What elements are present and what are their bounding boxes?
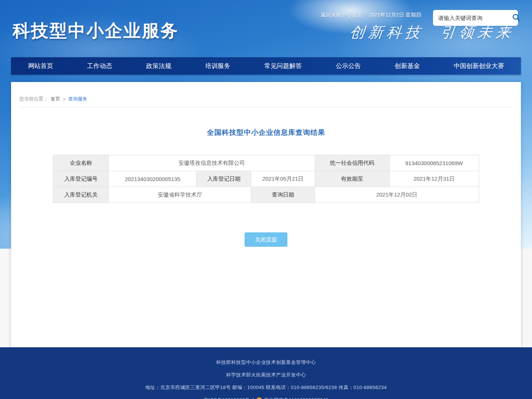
reg-date-value: 2021年05月21日 (251, 171, 315, 187)
query-date-value: 2021年12月02日 (315, 187, 479, 203)
table-row: 入库登记机关 安徽省科学技术厅 查询日期 2021年12月02日 (53, 187, 479, 203)
main-navigation: 网站首页 工作动态 政策法规 培训服务 常见问题解答 公示公告 创新基金 中国创… (11, 57, 521, 75)
nav-item-home[interactable]: 网站首页 (24, 62, 57, 70)
query-date-label: 查询日期 (251, 187, 315, 203)
search-input[interactable] (438, 15, 512, 21)
nav-item-training[interactable]: 培训服务 (201, 62, 234, 70)
close-button-row: 关闭页面 (11, 232, 521, 247)
current-date: 2021年12月2日 星期四 (369, 12, 421, 18)
reg-authority-value: 安徽省科学技术厅 (109, 187, 251, 203)
nav-item-work-news[interactable]: 工作动态 (83, 62, 116, 70)
public-security-link[interactable]: 京公网安备11010202007048 (264, 397, 328, 399)
credit-code-label: 统一社会信用代码 (315, 155, 389, 171)
search-box (433, 10, 518, 26)
breadcrumb-separator: > (63, 96, 66, 102)
credit-code-value: 91340300085231069W (389, 155, 479, 171)
content-panel: 您当前位置： 首页 > 查询服务 全国科技型中小企业信息库查询结果 企业名称 安… (11, 82, 521, 347)
reg-number-value: 202134030200005135 (109, 171, 197, 187)
reg-number-label: 入库登记编号 (53, 171, 109, 187)
police-badge-icon (256, 397, 262, 399)
valid-until-label: 有效期至 (315, 171, 389, 187)
search-icon (512, 13, 521, 23)
table-row: 入库登记编号 202134030200005135 入库登记日期 2021年05… (53, 171, 479, 187)
table-row: 企业名称 安徽塔孜信息技术有限公司 统一社会信用代码 9134030008523… (53, 155, 479, 171)
search-button[interactable] (512, 13, 521, 23)
torch-center-home-link[interactable]: 返回火炬中心首页 (321, 12, 362, 18)
company-name-value: 安徽塔孜信息技术有限公司 (109, 155, 315, 171)
nav-item-competition[interactable]: 中国创新创业大赛 (450, 62, 508, 70)
nav-item-announcements[interactable]: 公示公告 (332, 62, 365, 70)
footer-org-line-1: 科技部科技型中小企业技术创新基金管理中心 (0, 359, 532, 366)
icp-license-link[interactable]: 京ICP备13019302号-1 (204, 397, 255, 399)
footer-contact-line: 地址：北京市西城区三里河二区甲18号 邮编：100045 联系电话：010-88… (0, 384, 532, 391)
breadcrumb-prefix: 您当前位置： (19, 96, 48, 102)
breadcrumb: 您当前位置： 首页 > 查询服务 (11, 82, 521, 102)
nav-item-innovation-fund[interactable]: 创新基金 (391, 62, 423, 70)
breadcrumb-divider (19, 107, 513, 107)
company-name-label: 企业名称 (53, 155, 109, 171)
footer-org-line-2: 科学技术部火炬高技术产业开发中心 (0, 372, 532, 378)
breadcrumb-current-link[interactable]: 查询服务 (68, 96, 88, 102)
reg-date-label: 入库登记日期 (197, 171, 251, 187)
reg-authority-label: 入库登记机关 (53, 187, 109, 203)
site-footer: 科技部科技型中小企业技术创新基金管理中心 科学技术部火炬高技术产业开发中心 地址… (0, 347, 532, 399)
nav-item-policies[interactable]: 政策法规 (142, 62, 175, 70)
close-page-button[interactable]: 关闭页面 (245, 232, 287, 247)
footer-beian-line: 京ICP备13019302号-1 京公网安备11010202007048 (0, 397, 532, 399)
breadcrumb-home-link[interactable]: 首页 (51, 96, 60, 102)
page-title: 全国科技型中小企业信息库查询结果 (11, 128, 521, 137)
valid-until-value: 2021年12月31日 (389, 171, 479, 187)
nav-item-faq[interactable]: 常见问题解答 (260, 62, 306, 70)
query-result-table: 企业名称 安徽塔孜信息技术有限公司 统一社会信用代码 9134030008523… (53, 155, 479, 203)
header-utility: 返回火炬中心首页 2021年12月2日 星期四 (0, 10, 532, 32)
site-header: 科技型中小企业服务 创新科技 引领未来 返回火炬中心首页 2021年12月2日 … (0, 0, 532, 57)
